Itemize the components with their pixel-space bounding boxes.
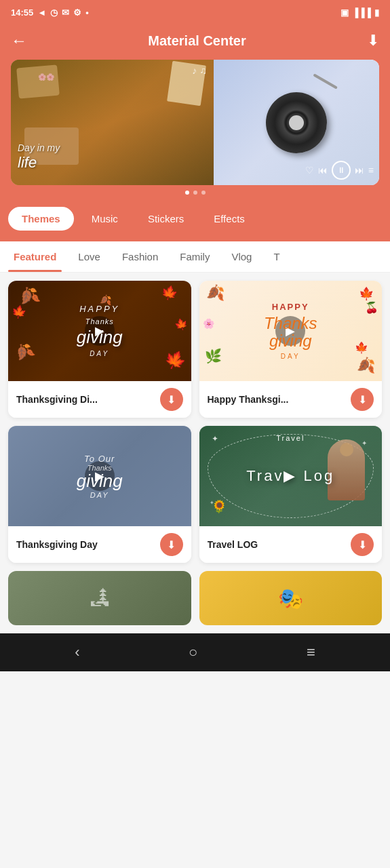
- navigation-icon: ◄: [37, 7, 46, 18]
- status-right: ▣ ▐▐▐ ▮: [340, 7, 379, 18]
- signal-icon: ▐▐▐: [352, 7, 371, 18]
- hero-card[interactable]: 🌸🌸 ♪ ♫ Day in my life ♡ ⏮ ⏸ ⏭: [11, 60, 379, 185]
- item-label-3: Thanksgiving Day: [16, 539, 155, 550]
- nav-bar: ‹ ○ ≡: [0, 633, 390, 671]
- download-btn-3[interactable]: ⬇: [160, 533, 183, 556]
- dot-icon: •: [85, 7, 89, 18]
- subtab-love[interactable]: Love: [67, 241, 111, 272]
- subtab-fashion[interactable]: Fashion: [111, 241, 169, 272]
- music-note-icon: ♪ ♫: [192, 65, 206, 76]
- vinyl-center: [289, 115, 304, 130]
- sub-tabs: Featured Love Fashion Family Vlog T: [0, 241, 390, 273]
- item-label-2: Happy Thanksgi...: [208, 394, 346, 405]
- top-bar: ← Material Center ⬇: [0, 24, 390, 60]
- mail-icon: ✉: [62, 7, 69, 18]
- partial-item-5[interactable]: 🏞: [8, 571, 191, 625]
- dot-1[interactable]: [185, 191, 189, 195]
- thumbnail-3[interactable]: To Our Thanks giving DAY ▶: [8, 426, 191, 526]
- subtab-vlog[interactable]: Vlog: [220, 241, 262, 272]
- item-footer-1: Thanksgiving Di... ⬇: [8, 381, 191, 418]
- grid-item-1: 🍂 🍁 🍁 🍂 🍁 🍁 🍂 HAPPY Thanks giving DAY ▶ …: [8, 281, 191, 418]
- wifi-icon: ▣: [340, 7, 349, 18]
- subtab-family[interactable]: Family: [169, 241, 220, 272]
- tab-effects[interactable]: Effects: [201, 208, 257, 229]
- partial-item-6[interactable]: 🎭: [199, 571, 383, 625]
- nav-back-button[interactable]: ‹: [75, 644, 79, 661]
- grid-item-3: To Our Thanks giving DAY ▶ Thanksgiving …: [8, 426, 191, 563]
- download-btn-1[interactable]: ⬇: [160, 388, 183, 411]
- travel-log-text: Trav▶ Log: [246, 467, 334, 484]
- pause-button[interactable]: ⏸: [332, 161, 351, 180]
- nav-home-button[interactable]: ○: [189, 644, 197, 661]
- settings-icon: ⚙: [73, 7, 81, 18]
- vinyl-record: [266, 92, 327, 153]
- tab-music[interactable]: Music: [79, 208, 130, 229]
- dot-2[interactable]: [193, 191, 197, 195]
- grid-item-2: 🍂 🍁 🍒 🌿 🍂 🌸 🍁 HAPPY Thanksgiving DAY ▶ H…: [199, 281, 383, 418]
- grid-container: 🍂 🍁 🍁 🍂 🍁 🍁 🍂 HAPPY Thanks giving DAY ▶ …: [0, 273, 390, 571]
- hero-banner: 🌸🌸 ♪ ♫ Day in my life ♡ ⏮ ⏸ ⏭: [0, 60, 390, 201]
- status-time: 14:55: [11, 7, 33, 18]
- bottom-partial-row: 🏞 🎭: [0, 571, 390, 633]
- tab-themes[interactable]: Themes: [8, 207, 74, 231]
- thumbnail-4[interactable]: ✦ ✦ ✦ Travel Trav▶ Log 🌻: [199, 426, 383, 526]
- subtab-featured[interactable]: Featured: [3, 241, 67, 272]
- item-label-4: Travel LOG: [208, 539, 346, 550]
- category-tabs: Themes Music Stickers Effects: [0, 201, 390, 241]
- item-footer-4: Travel LOG ⬇: [199, 526, 383, 563]
- heart-icon[interactable]: ♡: [305, 165, 314, 176]
- alarm-icon: ◷: [50, 7, 58, 18]
- nav-menu-button[interactable]: ≡: [307, 644, 315, 661]
- grid-item-4: ✦ ✦ ✦ Travel Trav▶ Log 🌻 Tra: [199, 426, 383, 563]
- subtab-more[interactable]: T: [262, 241, 290, 272]
- download-btn-2[interactable]: ⬇: [351, 388, 374, 411]
- item-footer-3: Thanksgiving Day ⬇: [8, 526, 191, 563]
- tab-stickers[interactable]: Stickers: [136, 208, 196, 229]
- item-footer-2: Happy Thanksgi... ⬇: [199, 381, 383, 418]
- status-left: 14:55 ◄ ◷ ✉ ⚙ •: [11, 7, 89, 18]
- dot-3[interactable]: [201, 191, 206, 195]
- hero-left-panel: 🌸🌸 ♪ ♫ Day in my life: [11, 60, 214, 185]
- hero-controls: ♡ ⏮ ⏸ ⏭ ≡: [305, 161, 374, 180]
- thumb-1-text: HAPPY Thanks giving DAY: [77, 304, 123, 358]
- download-btn-4[interactable]: ⬇: [351, 533, 374, 556]
- rewind-icon[interactable]: ⏮: [318, 165, 328, 176]
- item-label-1: Thanksgiving Di...: [16, 394, 155, 405]
- download-button[interactable]: ⬇: [367, 32, 379, 50]
- thumbnail-1[interactable]: 🍂 🍁 🍁 🍂 🍁 🍁 🍂 HAPPY Thanks giving DAY ▶: [8, 281, 191, 381]
- hero-dots: [11, 185, 379, 195]
- status-bar: 14:55 ◄ ◷ ✉ ⚙ • ▣ ▐▐▐ ▮: [0, 0, 390, 24]
- main-content: Featured Love Fashion Family Vlog T 🍂 🍁 …: [0, 241, 390, 633]
- thumbnail-2[interactable]: 🍂 🍁 🍒 🌿 🍂 🌸 🍁 HAPPY Thanksgiving DAY ▶: [199, 281, 383, 381]
- hero-right-panel: ♡ ⏮ ⏸ ⏭ ≡: [214, 60, 379, 185]
- travel-label: Travel: [276, 434, 305, 442]
- playlist-icon[interactable]: ≡: [368, 165, 374, 176]
- hero-text-overlay: Day in my life: [18, 142, 60, 172]
- vinyl-arm: [313, 73, 338, 89]
- battery-icon: ▮: [374, 7, 379, 18]
- back-button[interactable]: ←: [11, 31, 27, 50]
- forward-icon[interactable]: ⏭: [355, 165, 364, 176]
- page-title: Material Center: [27, 33, 367, 49]
